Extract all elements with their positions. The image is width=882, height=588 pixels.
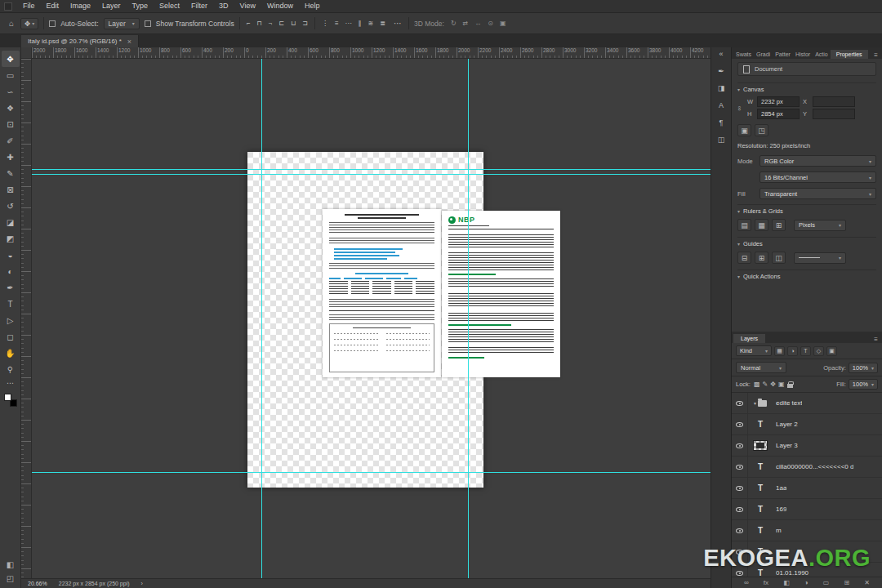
layer-row[interactable]: Layer 3 (732, 435, 882, 457)
layer-thumbnail[interactable] (748, 462, 773, 471)
menu-item[interactable]: Image (65, 0, 96, 12)
panel-tab[interactable]: Patter (773, 50, 793, 59)
new-group-icon[interactable]: ▭ (823, 579, 830, 586)
menu-item[interactable]: Layer (96, 0, 127, 12)
layer-name[interactable]: cilla0000000...<<<<<<<0 d (776, 463, 853, 470)
more-options-icon[interactable]: ⋯ (392, 19, 403, 28)
quick-mask-icon[interactable]: ◧ (7, 560, 14, 569)
filter-type-layers-icon[interactable]: T (800, 346, 811, 356)
menu-item[interactable]: View (234, 0, 261, 12)
guide-vertical[interactable] (261, 59, 262, 578)
menu-item[interactable]: 3D (213, 0, 234, 12)
foreground-color-swatch[interactable] (4, 394, 11, 401)
layer-mask-icon[interactable]: ◧ (783, 579, 790, 586)
clear-guides-icon[interactable]: ◫ (772, 252, 786, 264)
menu-item[interactable]: Type (127, 0, 154, 12)
layer-name[interactable]: edite text (776, 399, 802, 407)
quick-selection-tool[interactable]: ❖ (2, 100, 20, 116)
app-icon[interactable] (4, 2, 12, 11)
panel-menu-icon[interactable]: ≡ (874, 51, 880, 59)
image-size-icon[interactable]: ▣ (737, 124, 751, 136)
auto-select-dropdown[interactable]: Layer ▾ (104, 18, 140, 29)
3d-drag-icon[interactable]: ↔ (473, 20, 483, 27)
3d-scale-icon[interactable]: ▣ (498, 20, 508, 27)
new-layer-icon[interactable]: ⊞ (844, 579, 849, 586)
layer-visibility-toggle[interactable] (732, 393, 748, 413)
canvas-viewport[interactable]: NBP (32, 59, 710, 578)
canvas-size-icon[interactable]: ◳ (755, 124, 768, 136)
panel-tab[interactable]: Actio (813, 50, 831, 59)
auto-select-checkbox[interactable] (49, 20, 56, 27)
panel-tab[interactable]: Swats (733, 50, 754, 59)
snap-toggle-icon[interactable]: ⊞ (772, 219, 786, 231)
menu-item[interactable]: Filter (185, 0, 213, 12)
layer-thumbnail[interactable] (748, 505, 773, 514)
pen-tool[interactable]: ✒ (2, 279, 20, 296)
layer-name[interactable]: 169 (776, 506, 786, 513)
show-transform-checkbox[interactable] (145, 20, 151, 27)
eyedropper-tool[interactable]: ✐ (2, 132, 20, 149)
group-expand-caret-icon[interactable]: ▾ (754, 400, 756, 406)
zoom-level-field[interactable]: 20.66% (28, 581, 47, 586)
fill-field[interactable]: 100% ▾ (849, 379, 878, 390)
align-vertical-centers-icon[interactable]: ⊔ (289, 20, 297, 27)
layer-thumbnail[interactable] (748, 483, 773, 492)
move-tool[interactable]: ✥ (2, 51, 20, 67)
color-mode-dropdown[interactable]: RGB Color ▾ (760, 155, 876, 167)
distribute-left-icon[interactable]: ∥ (357, 20, 363, 27)
dodge-tool[interactable]: ◐ (2, 263, 20, 279)
vertical-ruler[interactable] (21, 59, 32, 578)
lock-transparency-icon[interactable]: ▩ (754, 381, 760, 388)
opacity-field[interactable]: 100% ▾ (849, 363, 878, 373)
layer-row[interactable]: 1aa (732, 478, 882, 499)
delete-layer-icon[interactable]: ✕ (864, 579, 870, 586)
guide-horizontal[interactable] (32, 174, 710, 175)
guides-section-header[interactable]: ▾ Guides (737, 237, 876, 249)
guide-horizontal[interactable] (32, 169, 710, 170)
filter-shape-layers-icon[interactable]: ◇ (813, 346, 824, 356)
rulers-grids-section-header[interactable]: ▾ Rulers & Grids (737, 204, 876, 216)
new-guide-layout-icon[interactable]: ⊟ (737, 252, 751, 264)
layers-tab[interactable]: Layers (733, 334, 765, 343)
layer-visibility-toggle[interactable] (732, 520, 748, 541)
properties-target-row[interactable]: Document (737, 62, 876, 76)
layer-row[interactable]: 169 (732, 499, 882, 520)
panel-menu-icon[interactable]: ≡ (874, 336, 880, 343)
layer-name[interactable]: m (776, 527, 782, 534)
guide-vertical[interactable] (468, 59, 469, 578)
guide-style-dropdown[interactable]: ▾ (794, 252, 846, 264)
brush-settings-panel-icon[interactable]: ✒ (718, 67, 724, 75)
align-right-edges-icon[interactable]: ¬ (267, 20, 274, 27)
ruler-corner[interactable] (21, 47, 32, 59)
3d-slide-icon[interactable]: ⊙ (486, 20, 495, 27)
layer-row[interactable]: Layer 2 (732, 414, 882, 435)
distribute-horizontal-icon[interactable]: ≋ (367, 20, 376, 27)
lock-pixels-icon[interactable]: ✎ (763, 381, 768, 388)
lock-artboard-icon[interactable]: ▣ (778, 381, 785, 388)
grid-toggle-icon[interactable]: ▦ (755, 219, 768, 231)
layer-row[interactable]: ▾ edite text (732, 393, 882, 414)
align-top-edges-icon[interactable]: ⊏ (277, 20, 286, 27)
quick-actions-section-header[interactable]: ▾ Quick Actions (737, 270, 876, 282)
menu-item[interactable]: Edit (41, 0, 65, 12)
layer-name[interactable]: Layer 2 (776, 421, 798, 428)
document-tab[interactable]: Italy id.psd @ 20.7% (RGB/16) * × (21, 35, 139, 47)
layer-style-icon[interactable]: fx (764, 579, 768, 586)
layer-filter-kind-dropdown[interactable]: Kind ▾ (736, 345, 772, 356)
layer-row[interactable]: cilla0000000...<<<<<<<0 d (732, 457, 882, 478)
libraries-panel-icon[interactable]: ◫ (718, 136, 725, 144)
menu-item[interactable]: Help (299, 0, 326, 12)
crop-tool[interactable]: ⊡ (2, 116, 20, 132)
collapse-panels-icon[interactable]: « (719, 50, 723, 58)
ruler-toggle-icon[interactable]: ▤ (737, 219, 751, 231)
distribute-bottom-icon[interactable]: ⋯ (344, 20, 354, 27)
x-field[interactable] (813, 96, 855, 107)
distribute-vertical-icon[interactable]: ≡ (333, 20, 341, 27)
character-panel-icon[interactable]: A (719, 101, 724, 109)
layer-thumbnail[interactable] (748, 526, 773, 535)
canvas-section-header[interactable]: ▾ Canvas (737, 82, 876, 95)
panel-tab[interactable]: Gradi (754, 50, 773, 59)
align-left-edges-icon[interactable]: ⌐ (245, 20, 252, 27)
raster-thumbnail[interactable] (753, 440, 768, 451)
layer-visibility-toggle[interactable] (732, 457, 748, 477)
